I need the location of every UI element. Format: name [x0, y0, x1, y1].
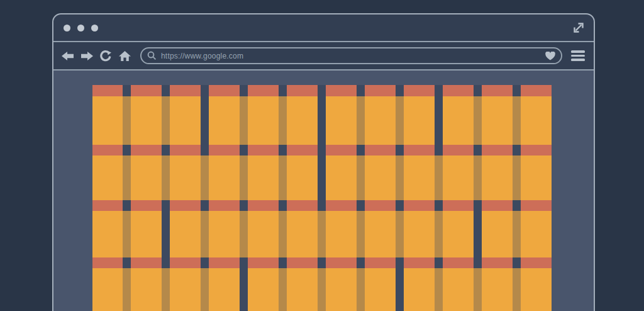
brick-stripe — [123, 156, 131, 200]
brick-stripe — [513, 156, 521, 200]
mortar-stub — [123, 145, 131, 156]
brick-stripe — [240, 96, 248, 145]
brick-stripe — [162, 156, 170, 200]
brick-stripe — [357, 156, 365, 200]
brick-gap — [162, 211, 170, 257]
brick-stripe — [123, 211, 131, 257]
back-button[interactable] — [62, 50, 74, 61]
mortar-stub — [474, 85, 482, 96]
brick-gap — [318, 156, 326, 200]
forward-arrow-icon — [80, 51, 93, 61]
brick-stripe — [357, 96, 365, 145]
brick-stripe — [435, 211, 443, 257]
expand-icon[interactable] — [572, 21, 585, 34]
mortar-stub — [318, 85, 326, 96]
mortar-stub — [474, 145, 482, 156]
refresh-button[interactable] — [99, 50, 112, 61]
home-button[interactable] — [118, 50, 131, 61]
brick-gap — [240, 268, 248, 311]
mortar-stub — [396, 85, 404, 96]
mortar-stub — [240, 200, 248, 211]
mortar-stub — [123, 200, 131, 211]
mortar-stub — [357, 85, 365, 96]
brick-gap — [474, 211, 482, 257]
mortar-stub — [396, 200, 404, 211]
brick-stripe — [396, 211, 404, 257]
brick-stripe — [162, 268, 170, 311]
mortar-stub — [474, 257, 482, 268]
mortar-stub — [279, 200, 287, 211]
back-arrow-icon — [62, 51, 74, 61]
mortar-stub — [513, 145, 521, 156]
mortar-stub — [240, 145, 248, 156]
mortar-stub — [201, 145, 209, 156]
mortar-stub — [435, 200, 443, 211]
mortar-stub — [123, 257, 131, 268]
mortar-stub — [318, 145, 326, 156]
brick-stripe — [201, 211, 209, 257]
hamburger-menu-icon[interactable] — [571, 50, 585, 61]
brick-wall-illustration — [92, 85, 552, 311]
mortar-stub — [162, 257, 170, 268]
search-icon — [147, 51, 157, 60]
brick-stripe — [279, 268, 287, 311]
mortar-stub — [396, 145, 404, 156]
brick-stripe — [474, 268, 482, 311]
mortar-stub — [474, 200, 482, 211]
mortar-stub — [123, 85, 131, 96]
brick-stripe — [474, 96, 482, 145]
brick-gap — [318, 96, 326, 145]
mortar-stub — [396, 257, 404, 268]
brick-stripe — [357, 211, 365, 257]
mortar-stub — [279, 257, 287, 268]
page-content — [53, 71, 594, 311]
mortar-stub — [201, 257, 209, 268]
menu-bar — [571, 50, 585, 53]
brick-stripe — [513, 96, 521, 145]
mortar-stub — [357, 200, 365, 211]
url-text[interactable]: https://www.google.com — [161, 52, 243, 60]
window-dot-icon[interactable] — [64, 25, 70, 31]
browser-window: https://www.google.com — [52, 13, 595, 311]
brick-stripe — [123, 268, 131, 311]
window-controls — [64, 25, 98, 31]
brick-stripe — [162, 96, 170, 145]
title-bar — [53, 14, 594, 42]
mortar-stub — [513, 257, 521, 268]
mortar-stub — [357, 257, 365, 268]
brick-stripe — [435, 156, 443, 200]
mortar-stub — [318, 257, 326, 268]
mortar-stub — [279, 85, 287, 96]
menu-bar — [571, 59, 585, 61]
mortar-stub — [357, 145, 365, 156]
brick-gap — [396, 268, 404, 311]
brick-stripe — [396, 96, 404, 145]
brick-stripe — [318, 211, 326, 257]
browser-toolbar: https://www.google.com — [53, 42, 594, 71]
brick-stripe — [201, 156, 209, 200]
mortar-stub — [162, 85, 170, 96]
brick-stripe — [201, 268, 209, 311]
brick-stripe — [357, 268, 365, 311]
brick-stripe — [279, 211, 287, 257]
brick-stripe — [240, 211, 248, 257]
mortar-stub — [435, 145, 443, 156]
brick-stripe — [123, 96, 131, 145]
mortar-stub — [513, 85, 521, 96]
brick-stripe — [279, 156, 287, 200]
brick-stripe — [513, 268, 521, 311]
address-bar[interactable]: https://www.google.com — [140, 47, 562, 64]
window-dot-icon[interactable] — [77, 25, 84, 31]
brick-stripe — [513, 211, 521, 257]
brick-stripe — [474, 156, 482, 200]
mortar-stub — [162, 200, 170, 211]
forward-button[interactable] — [80, 50, 93, 61]
menu-bar — [571, 55, 585, 57]
brick-stripe — [396, 156, 404, 200]
heart-icon[interactable] — [545, 52, 555, 60]
brick-stripe — [318, 268, 326, 311]
brick-stripe — [240, 156, 248, 200]
window-dot-icon[interactable] — [91, 25, 98, 31]
mortar-stub — [240, 257, 248, 268]
home-icon — [119, 51, 131, 61]
